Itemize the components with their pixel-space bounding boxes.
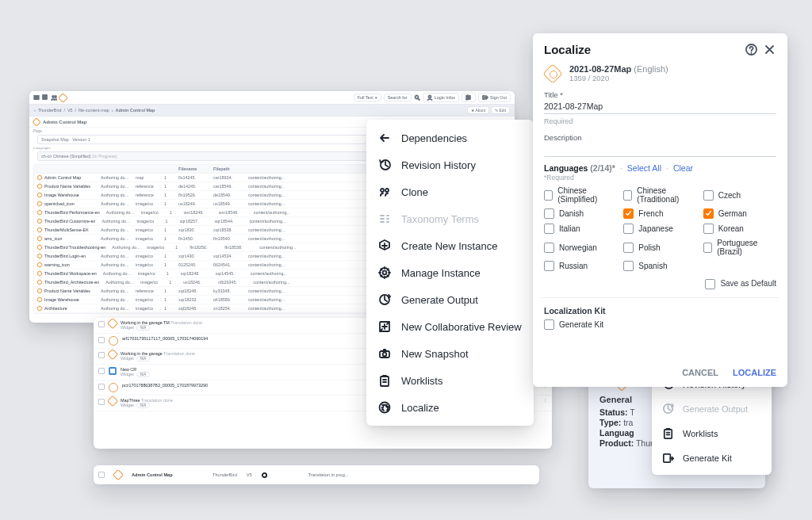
description-input[interactable] [544, 143, 776, 157]
language-option[interactable]: Chinese (Traditional) [623, 186, 696, 204]
menu-item-clone[interactable]: Clone [366, 178, 534, 205]
about-button[interactable]: ★ About [467, 106, 489, 114]
help-icon[interactable] [745, 43, 758, 56]
map-hex-icon [37, 271, 42, 276]
map-hex-icon [37, 289, 42, 293]
svg-point-8 [467, 95, 469, 97]
map-hex-icon [33, 119, 40, 125]
checkbox[interactable] [544, 208, 554, 219]
signout-button[interactable]: Sign Out [478, 93, 511, 102]
search-icon[interactable] [414, 94, 420, 101]
strip-name[interactable]: Admin Control Map [132, 472, 203, 477]
localize-button[interactable]: LOCALIZE [733, 368, 776, 377]
menu-item-collab[interactable]: New Collaborative Review [366, 313, 534, 340]
menu-item-newinst[interactable]: Create New Instance [366, 232, 534, 259]
menu-item-genout: Generate Output [652, 396, 772, 421]
map-hex-icon [37, 201, 42, 206]
menu-icon[interactable] [33, 94, 40, 101]
map-hex-icon [109, 350, 117, 358]
generate-output-icon [377, 292, 392, 307]
select-all-link[interactable]: Select All [627, 163, 661, 173]
taxonomy-icon [377, 212, 392, 226]
localize-dialog: Localize 2021-08-27Map (English) 1359 / … [533, 33, 787, 387]
strip-status: Translation in prog... [308, 472, 349, 477]
menu-item-snapshot[interactable]: New Snapshot [366, 340, 534, 367]
checkbox[interactable] [544, 224, 554, 234]
language-option[interactable]: Chinese (Simplified) [544, 186, 617, 204]
checkbox[interactable] [703, 224, 714, 234]
language-option[interactable]: Norwegian [544, 239, 617, 256]
localize-icon [377, 400, 392, 415]
menu-item-history[interactable]: Revision History [366, 151, 534, 178]
select-checkbox[interactable] [98, 321, 105, 327]
checkbox[interactable] [544, 261, 554, 271]
menu-item-worklists[interactable]: Worklists [366, 367, 534, 394]
edit-button[interactable]: ✎ Edit [491, 106, 510, 114]
language-option[interactable]: Portuguese (Brazil) [703, 239, 776, 256]
language-option[interactable]: Russian [544, 261, 617, 271]
language-option[interactable]: Korean [703, 224, 776, 234]
map-hex-icon [37, 184, 42, 189]
checkbox[interactable] [703, 208, 714, 219]
map-hex-icon [109, 319, 117, 327]
search-input[interactable]: Search for [384, 94, 412, 101]
menu-item-genout[interactable]: Generate Output [366, 286, 534, 313]
cancel-button[interactable]: CANCEL [682, 368, 718, 377]
select-checkbox[interactable] [98, 399, 105, 405]
select-checkbox[interactable] [98, 368, 105, 374]
menu-item-worklists[interactable]: Worklists [652, 421, 772, 445]
worklists-icon [377, 373, 392, 388]
select-checkbox[interactable] [98, 384, 105, 390]
svg-rect-3 [45, 98, 47, 99]
settings-button[interactable] [462, 93, 476, 102]
item-strip: Admin Control Map ThunderBird V5 Transla… [94, 465, 539, 484]
language-option[interactable]: Czech [703, 186, 776, 204]
checkbox[interactable] [623, 243, 634, 253]
title-label: Title * [544, 90, 776, 99]
checkbox[interactable] [623, 190, 632, 201]
generate-kit-checkbox[interactable] [544, 319, 554, 330]
languages-required: *Required [544, 174, 776, 182]
map-hex-icon [37, 175, 42, 180]
checkbox[interactable] [623, 261, 634, 271]
user-icon [427, 94, 433, 101]
info-icon [262, 472, 267, 478]
checkbox[interactable] [703, 243, 713, 253]
checkbox[interactable] [623, 224, 634, 234]
history-icon [377, 158, 392, 172]
grid-icon[interactable] [42, 94, 48, 101]
generate-kit-label: Generate Kit [559, 320, 603, 329]
language-option[interactable]: French [623, 208, 696, 219]
close-icon[interactable] [763, 43, 776, 56]
language-option[interactable]: Japanese [623, 224, 696, 234]
login-info-button[interactable]: Login Infos [423, 93, 459, 102]
select-checkbox[interactable] [98, 337, 105, 343]
dialog-title: Localize [544, 43, 591, 56]
checkbox[interactable] [703, 190, 714, 201]
review-icon [109, 367, 117, 375]
save-default-checkbox[interactable] [705, 279, 715, 289]
checkbox[interactable] [544, 243, 554, 253]
breadcrumb-brand[interactable]: ThunderBird [38, 108, 62, 113]
clear-link[interactable]: Clear [673, 163, 693, 173]
menu-item-dependencies[interactable]: Dependencies [366, 124, 534, 151]
top-toolbar: Full Text ▾ Search for Login Infos Sign … [29, 91, 515, 105]
title-input[interactable] [544, 100, 776, 114]
language-option[interactable]: Danish [544, 208, 617, 219]
back-arrow-icon [377, 131, 392, 145]
menu-item-genkit[interactable]: Generate Kit [652, 445, 772, 470]
language-option[interactable]: German [703, 208, 776, 219]
people-icon[interactable] [51, 94, 57, 101]
language-grid: Chinese (Simplified)Chinese (Traditional… [544, 186, 776, 271]
menu-item-localize[interactable]: Localize [366, 394, 534, 421]
language-option[interactable]: Italian [544, 224, 617, 234]
language-option[interactable]: Polish [623, 239, 696, 256]
language-option[interactable]: Spanish [623, 261, 696, 271]
menu-item-manage[interactable]: Manage Instance [366, 259, 534, 286]
select-checkbox[interactable] [98, 472, 105, 478]
select-checkbox[interactable] [98, 352, 105, 358]
svg-point-12 [262, 472, 266, 476]
filter-chip[interactable]: Full Text ▾ [354, 94, 381, 101]
checkbox[interactable] [623, 208, 634, 219]
checkbox[interactable] [544, 190, 553, 201]
